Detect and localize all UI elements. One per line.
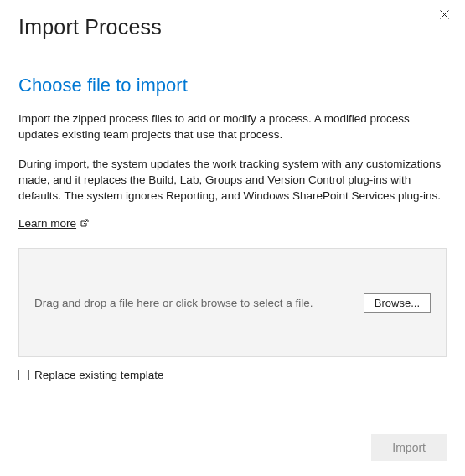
dialog-title: Import Process [18,0,447,39]
external-link-icon [80,219,89,229]
description-text-2: During import, the system updates the wo… [18,157,447,204]
file-drop-zone[interactable]: Drag and drop a file here or click brows… [18,248,447,357]
checkbox-box [18,370,29,380]
section-title: Choose file to import [18,75,447,96]
close-icon [440,10,449,19]
drop-zone-placeholder: Drag and drop a file here or click brows… [34,297,313,309]
replace-template-checkbox[interactable]: Replace existing template [18,369,447,381]
checkbox-label: Replace existing template [34,369,164,381]
import-button[interactable]: Import [371,434,447,461]
learn-more-label: Learn more [18,217,76,230]
description-text-1: Import the zipped process files to add o… [18,111,447,143]
close-button[interactable] [437,7,452,22]
learn-more-link[interactable]: Learn more [18,217,89,230]
browse-button[interactable]: Browse... [364,293,431,313]
